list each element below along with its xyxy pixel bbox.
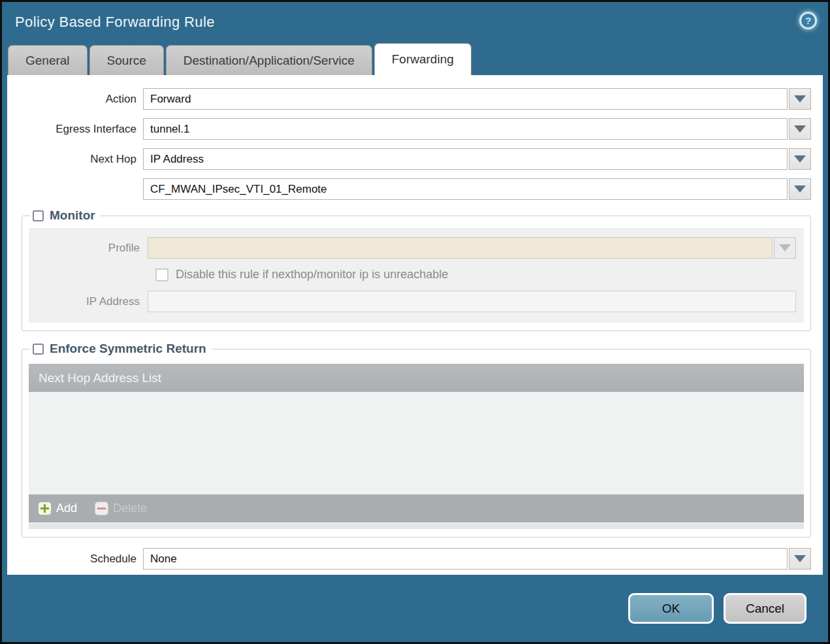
profile-dropdown-button[interactable] — [774, 237, 796, 259]
delete-button[interactable]: Delete — [95, 502, 147, 515]
schedule-dropdown-button[interactable] — [789, 548, 811, 570]
profile-row: Profile — [37, 237, 796, 259]
chevron-down-icon — [794, 155, 806, 163]
next-hop-dropdown-button[interactable] — [789, 148, 811, 170]
next-hop-address-list-table: Next Hop Address List Add Delete — [29, 364, 804, 529]
tab-source[interactable]: Source — [89, 45, 164, 75]
dialog-title: Policy Based Forwarding Rule — [15, 14, 215, 31]
ok-button[interactable]: OK — [628, 593, 714, 624]
chevron-down-icon — [779, 244, 791, 251]
next-hop-address-list-toolbar: Add Delete — [29, 494, 804, 523]
next-hop-address-list-header: Next Hop Address List — [29, 364, 804, 392]
action-label: Action — [12, 93, 143, 106]
chevron-down-icon — [794, 185, 806, 193]
monitor-ip-address-input[interactable] — [148, 291, 796, 312]
tab-destination-application-service[interactable]: Destination/Application/Service — [166, 45, 372, 75]
dialog-titlebar: Policy Based Forwarding Rule ? — [2, 2, 828, 42]
policy-based-forwarding-rule-dialog: Policy Based Forwarding Rule ? General S… — [0, 0, 830, 644]
add-plus-icon — [38, 502, 52, 515]
action-row: Action Forward — [12, 88, 811, 110]
disable-rule-checkbox[interactable] — [155, 268, 168, 282]
egress-interface-select[interactable]: tunnel.1 — [143, 118, 788, 140]
monitor-section: Monitor Profile Disable this rule if nex… — [22, 208, 811, 331]
next-hop-select[interactable]: IP Address — [143, 148, 788, 170]
help-icon[interactable]: ? — [799, 12, 817, 29]
chevron-down-icon — [794, 555, 806, 562]
tab-general[interactable]: General — [8, 45, 88, 75]
next-hop-address-dropdown-button[interactable] — [789, 178, 811, 200]
action-select[interactable]: Forward — [143, 88, 788, 110]
disable-rule-label: Disable this rule if nexthop/monitor ip … — [176, 268, 448, 282]
next-hop-address-list-body — [29, 392, 804, 494]
profile-select[interactable] — [148, 237, 773, 259]
next-hop-row: Next Hop IP Address — [12, 148, 811, 170]
chevron-down-icon — [794, 125, 806, 133]
monitor-section-title: Monitor — [50, 208, 95, 223]
delete-button-label: Delete — [113, 502, 147, 515]
dialog-footer: OK Cancel — [2, 575, 828, 642]
schedule-select[interactable]: None — [143, 548, 788, 570]
monitor-panel: Profile Disable this rule if nexthop/mon… — [29, 228, 804, 323]
egress-interface-label: Egress Interface — [12, 123, 143, 136]
schedule-row: Schedule None — [12, 548, 811, 570]
enforce-symmetric-return-section: Enforce Symmetric Return Next Hop Addres… — [22, 342, 811, 538]
tab-forwarding[interactable]: Forwarding — [374, 43, 471, 75]
monitor-ip-address-label: IP Address — [37, 295, 148, 308]
egress-interface-row: Egress Interface tunnel.1 — [12, 118, 811, 140]
delete-minus-icon — [95, 502, 108, 515]
disable-rule-row: Disable this rule if nexthop/monitor ip … — [155, 268, 796, 282]
action-dropdown-button[interactable] — [789, 88, 811, 110]
next-hop-address-select[interactable]: CF_MWAN_IPsec_VTI_01_Remote — [143, 178, 788, 200]
add-button[interactable]: Add — [38, 502, 77, 515]
table-scroll-strip — [29, 523, 804, 529]
monitor-checkbox[interactable] — [33, 210, 44, 221]
chevron-down-icon — [794, 95, 806, 103]
profile-label: Profile — [37, 242, 148, 255]
enforce-symmetric-return-title: Enforce Symmetric Return — [50, 342, 206, 356]
egress-interface-dropdown-button[interactable] — [789, 118, 811, 140]
enforce-symmetric-return-checkbox[interactable] — [33, 344, 44, 355]
monitor-ip-address-row: IP Address — [37, 291, 796, 312]
tab-bar: General Source Destination/Application/S… — [2, 42, 828, 75]
tab-content-forwarding: Action Forward Egress Interface tunnel.1… — [7, 75, 823, 575]
schedule-label: Schedule — [12, 553, 143, 566]
cancel-button[interactable]: Cancel — [724, 593, 806, 624]
next-hop-address-row: CF_MWAN_IPsec_VTI_01_Remote — [12, 178, 811, 200]
add-button-label: Add — [56, 502, 77, 515]
next-hop-label: Next Hop — [12, 153, 143, 166]
